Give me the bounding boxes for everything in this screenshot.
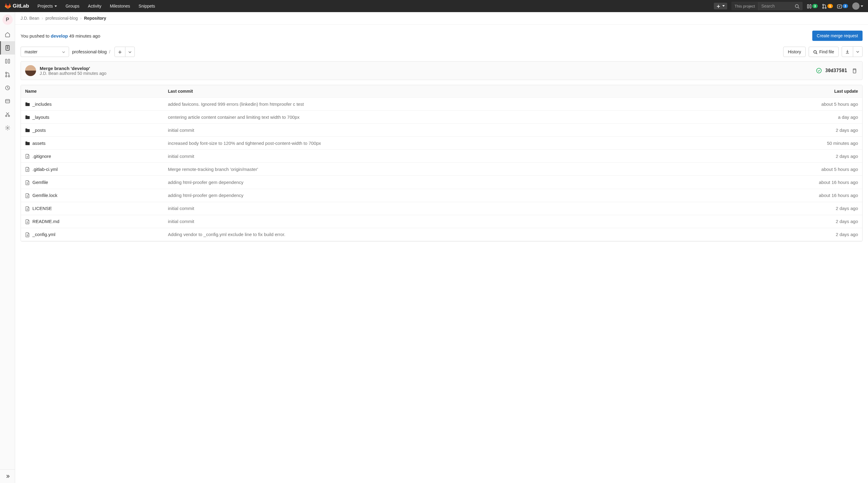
nav-activity[interactable]: Activity [85, 1, 104, 11]
download-dropdown [842, 47, 863, 57]
merge-requests-link[interactable]: 1 [822, 3, 833, 8]
commit-message-link[interactable]: adding html-proofer gem dependency [168, 193, 244, 198]
table-row: _config.ymlAdding vendor to _config.yml … [21, 228, 862, 241]
new-button[interactable] [714, 3, 727, 9]
commit-message-link[interactable]: Merge remote-tracking branch 'origin/mas… [168, 167, 258, 172]
svg-line-3 [798, 7, 799, 8]
file-link[interactable]: README.md [25, 219, 160, 224]
file-link[interactable]: .gitlab-ci.yml [25, 167, 160, 172]
add-file-dropdown [115, 47, 135, 57]
mr-count-badge: 1 [828, 4, 833, 8]
add-file-caret[interactable] [125, 47, 134, 57]
push-branch-link[interactable]: develop [51, 33, 68, 38]
commit-message-link[interactable]: added favicons. Ignored 999 errors (link… [168, 101, 304, 107]
commit-message-link[interactable]: initial commit [168, 206, 194, 211]
svg-point-24 [7, 127, 8, 129]
commit-message-link[interactable]: initial commit [168, 127, 194, 133]
file-link[interactable]: .gitignore [25, 153, 160, 159]
history-button[interactable]: History [783, 47, 806, 57]
sidebar-expand-toggle[interactable] [0, 470, 15, 483]
update-time: about 5 hours ago [822, 167, 858, 172]
nav-snippets[interactable]: Snippets [136, 1, 158, 11]
breadcrumb-owner[interactable]: J.D. Bean [21, 16, 39, 21]
file-link[interactable]: assets [25, 140, 160, 146]
left-sidebar: P [0, 12, 15, 483]
gitlab-logo-icon [5, 3, 11, 9]
file-link[interactable]: Gemfile.lock [25, 193, 160, 198]
sidebar-project-home[interactable] [0, 28, 15, 41]
file-link[interactable]: _posts [25, 127, 160, 133]
main-content: J.D. Bean › professional-blog › Reposito… [15, 12, 868, 483]
table-row: _layoutscentering article content contai… [21, 111, 862, 124]
file-icon [25, 167, 30, 172]
download-caret[interactable] [853, 47, 862, 57]
svg-point-18 [8, 76, 10, 77]
sidebar-merge-requests[interactable] [0, 68, 15, 81]
svg-rect-10 [6, 46, 9, 50]
file-link[interactable]: _config.yml [25, 232, 160, 237]
issues-count-badge: 3 [812, 4, 818, 8]
add-file-button[interactable] [115, 47, 125, 57]
table-row: assetsincreased body font-size to 120% a… [21, 137, 862, 150]
file-link[interactable]: _layouts [25, 114, 160, 120]
nav-projects[interactable]: Projects [34, 1, 60, 11]
path-project-link[interactable]: professional-blog [72, 49, 106, 54]
file-link[interactable]: Gemfile [25, 179, 160, 185]
commit-message-link[interactable]: initial commit [168, 154, 194, 159]
search-input[interactable] [758, 2, 792, 10]
gitlab-logo[interactable]: GitLab [5, 3, 29, 9]
pipeline-status-icon[interactable] [816, 68, 822, 73]
commit-message-link[interactable]: Adding vendor to _config.yml exclude lin… [168, 232, 286, 237]
file-icon [25, 153, 30, 159]
chevron-down-icon [62, 50, 65, 54]
file-icon [25, 232, 30, 237]
download-button[interactable] [842, 47, 853, 57]
commit-sha[interactable]: 30d37501 [825, 68, 847, 73]
svg-rect-5 [810, 4, 811, 8]
sidebar-ci-cd[interactable] [0, 81, 15, 94]
update-time: 2 days ago [836, 154, 858, 159]
push-alert: You pushed to develop 49 minutes ago Cre… [21, 29, 863, 47]
copy-sha-button[interactable] [851, 67, 858, 74]
table-row: _includesadded favicons. Ignored 999 err… [21, 97, 862, 111]
nav-groups[interactable]: Groups [62, 1, 82, 11]
search-icon[interactable] [792, 2, 803, 10]
table-row: _postsinitial commit2 days ago [21, 124, 862, 137]
commit-message-link[interactable]: centering article content container and … [168, 115, 300, 120]
merge-request-icon [822, 3, 827, 8]
sidebar-issues[interactable] [0, 55, 15, 68]
breadcrumb-project[interactable]: professional-blog [45, 16, 78, 21]
todos-icon [837, 3, 842, 8]
user-menu[interactable] [852, 2, 863, 10]
user-avatar [852, 2, 860, 10]
file-link[interactable]: LICENSE [25, 206, 160, 211]
col-last-commit: Last commit [164, 85, 703, 97]
sidebar-repository[interactable] [0, 41, 15, 55]
issues-icon [807, 3, 812, 8]
issues-link[interactable]: 3 [807, 3, 818, 8]
project-avatar[interactable]: P [2, 14, 13, 25]
svg-point-6 [823, 4, 824, 5]
create-merge-request-button[interactable]: Create merge request [812, 31, 863, 41]
svg-point-17 [5, 76, 7, 77]
svg-rect-15 [8, 59, 10, 63]
commit-title[interactable]: Merge branch 'develop' [40, 66, 813, 71]
find-file-button[interactable]: Find file [809, 47, 839, 57]
table-row: README.mdinitial commit2 days ago [21, 215, 862, 228]
branch-selector[interactable]: master [21, 47, 69, 57]
commit-message-link[interactable]: adding html-proofer gem dependency [168, 180, 244, 185]
todos-link[interactable]: 3 [837, 3, 848, 8]
commit-author-avatar[interactable] [25, 65, 36, 76]
file-link[interactable]: _includes [25, 101, 160, 107]
sidebar-snippets[interactable] [0, 108, 15, 121]
sidebar-registry[interactable] [0, 94, 15, 108]
search-scope-label[interactable]: This project [732, 2, 758, 10]
update-time: 50 minutes ago [827, 141, 858, 146]
nav-milestones[interactable]: Milestones [107, 1, 133, 11]
commit-message-link[interactable]: initial commit [168, 219, 194, 224]
update-time: about 5 hours ago [822, 101, 858, 107]
repo-toolbar: master professional-blog / [21, 47, 863, 57]
svg-rect-1 [717, 6, 720, 7]
commit-message-link[interactable]: increased body font-size to 120% and tig… [168, 141, 321, 146]
sidebar-settings[interactable] [0, 121, 15, 134]
